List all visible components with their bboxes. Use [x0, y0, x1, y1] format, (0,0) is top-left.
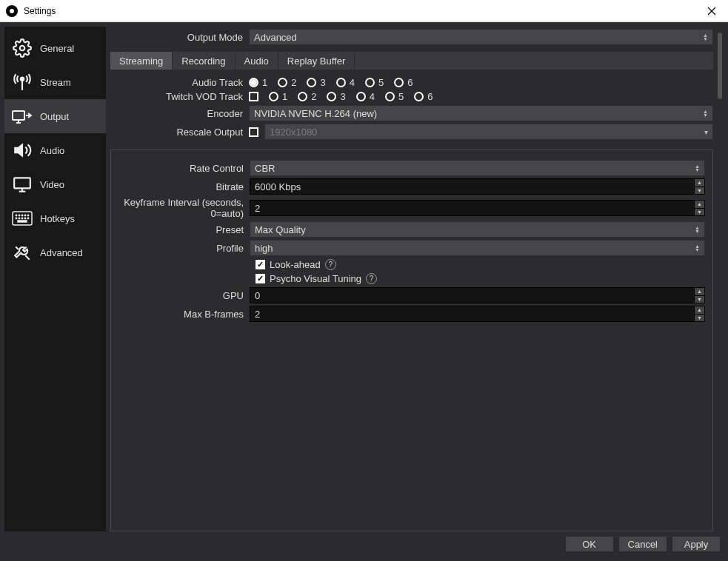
- spin-up[interactable]: ▲: [694, 201, 704, 209]
- sidebar-item-output[interactable]: Output: [4, 99, 106, 133]
- audio-track-radio-1[interactable]: [249, 78, 258, 87]
- tab-recording[interactable]: Recording: [173, 52, 235, 70]
- dropdown-value: Max Quality: [255, 224, 306, 235]
- audio-track-radio-4[interactable]: [336, 78, 346, 87]
- output-mode-dropdown[interactable]: Advanced ▲▼: [249, 29, 713, 45]
- spin-down[interactable]: ▼: [694, 315, 704, 322]
- radio-label: 2: [291, 77, 296, 88]
- radio-label: 4: [370, 91, 375, 102]
- audio-track-radio-2[interactable]: [278, 78, 287, 87]
- radio-label: 1: [282, 91, 287, 102]
- spin-down[interactable]: ▼: [694, 209, 704, 216]
- help-icon[interactable]: ?: [366, 273, 377, 284]
- bframes-input[interactable]: 2 ▲▼: [250, 306, 705, 322]
- lookahead-label: Look-ahead: [270, 259, 321, 270]
- svg-point-13: [24, 218, 25, 218]
- keyframe-input[interactable]: 2 ▲▼: [250, 200, 705, 216]
- sidebar-item-video[interactable]: Video: [4, 167, 106, 201]
- updown-arrows-icon: ▲▼: [703, 110, 708, 117]
- sidebar-item-label: Advanced: [40, 247, 83, 258]
- svg-rect-3: [14, 178, 30, 188]
- updown-arrows-icon: ▲▼: [695, 244, 700, 252]
- sidebar-item-stream[interactable]: Stream: [4, 65, 106, 99]
- twitch-vod-enable-checkbox[interactable]: [249, 92, 258, 101]
- profile-dropdown[interactable]: high ▲▼: [250, 240, 705, 256]
- svg-point-10: [16, 218, 16, 218]
- sidebar-item-advanced[interactable]: Advanced: [4, 235, 106, 269]
- encoder-settings-frame: Rate Control CBR ▲▼ Bitrate 6000 Kbps ▲▼: [110, 150, 713, 531]
- output-mode-label: Output Mode: [110, 32, 249, 43]
- cancel-button[interactable]: Cancel: [618, 536, 667, 552]
- dropdown-value: Advanced: [254, 32, 297, 43]
- spin-down[interactable]: ▼: [694, 187, 704, 195]
- twitch-vod-radio-2[interactable]: [298, 92, 307, 101]
- audio-track-radio-6[interactable]: [394, 78, 404, 87]
- svg-point-0: [20, 46, 25, 51]
- psycho-checkbox[interactable]: [256, 274, 265, 283]
- dropdown-value: 1920x1080: [270, 127, 317, 138]
- monitor-icon: [12, 174, 33, 195]
- tab-streaming[interactable]: Streaming: [110, 52, 173, 70]
- twitch-vod-radio-1[interactable]: [269, 92, 278, 101]
- close-button[interactable]: [695, 0, 728, 22]
- radio-label: 4: [350, 77, 355, 88]
- radio-label: 3: [340, 91, 345, 102]
- encoder-dropdown[interactable]: NVIDIA NVENC H.264 (new) ▲▼: [249, 105, 713, 121]
- dropdown-value: high: [255, 243, 273, 254]
- spin-up[interactable]: ▲: [694, 306, 704, 315]
- rate-control-dropdown[interactable]: CBR ▲▼: [250, 160, 705, 176]
- spin-up[interactable]: ▲: [694, 179, 704, 187]
- titlebar: Settings: [0, 0, 728, 22]
- rescale-checkbox[interactable]: [249, 127, 258, 137]
- preset-dropdown[interactable]: Max Quality ▲▼: [250, 221, 705, 238]
- apply-button[interactable]: Apply: [672, 536, 721, 552]
- tools-icon: [12, 242, 33, 263]
- svg-point-14: [27, 218, 28, 218]
- updown-arrows-icon: ▲▼: [703, 33, 708, 41]
- twitch-vod-radio-6[interactable]: [414, 92, 424, 101]
- rescale-dropdown[interactable]: 1920x1080 ▾: [264, 124, 713, 140]
- gpu-input[interactable]: 0 ▲▼: [250, 287, 705, 303]
- twitch-vod-radio-3[interactable]: [327, 92, 336, 101]
- svg-point-12: [21, 218, 22, 218]
- tab-replay-buffer[interactable]: Replay Buffer: [278, 52, 355, 70]
- dropdown-value: NVIDIA NVENC H.264 (new): [254, 108, 377, 119]
- sidebar-item-hotkeys[interactable]: Hotkeys: [4, 201, 106, 235]
- sidebar-item-label: Audio: [40, 145, 64, 156]
- twitch-vod-radio-4[interactable]: [356, 92, 366, 101]
- audio-track-radio-5[interactable]: [365, 78, 375, 87]
- gear-icon: [12, 38, 33, 58]
- lookahead-checkbox[interactable]: [256, 260, 265, 269]
- spin-up[interactable]: ▲: [694, 288, 704, 296]
- svg-rect-15: [18, 221, 27, 222]
- sidebar-item-general[interactable]: General: [4, 31, 106, 65]
- svg-point-7: [21, 215, 22, 215]
- keyframe-label: Keyframe Interval (seconds, 0=auto): [111, 197, 250, 219]
- ok-button[interactable]: OK: [565, 536, 614, 552]
- audio-track-label: Audio Track: [110, 77, 249, 88]
- sidebar-item-audio[interactable]: Audio: [4, 133, 106, 167]
- bitrate-input[interactable]: 6000 Kbps ▲▼: [250, 178, 705, 195]
- sidebar-item-label: Hotkeys: [40, 213, 75, 224]
- rate-control-label: Rate Control: [111, 163, 250, 174]
- output-icon: [12, 106, 33, 127]
- twitch-vod-radio-5[interactable]: [385, 92, 395, 101]
- spin-down[interactable]: ▼: [694, 296, 704, 303]
- tab-audio[interactable]: Audio: [236, 52, 278, 70]
- sidebar: General Stream Output: [4, 27, 106, 531]
- input-value: 0: [255, 290, 260, 301]
- radio-label: 1: [262, 77, 267, 88]
- svg-point-5: [16, 215, 16, 215]
- radio-label: 2: [311, 91, 316, 102]
- audio-track-radio-3[interactable]: [307, 78, 316, 87]
- sidebar-item-label: Stream: [40, 77, 71, 88]
- speaker-icon: [12, 140, 33, 161]
- scrollbar-thumb[interactable]: [718, 33, 722, 99]
- svg-point-8: [24, 215, 25, 215]
- content-pane: Output Mode Advanced ▲▼ Streaming Record…: [110, 27, 724, 531]
- twitch-vod-label: Twitch VOD Track: [110, 91, 249, 102]
- help-icon[interactable]: ?: [325, 259, 336, 270]
- window-title: Settings: [24, 6, 56, 16]
- svg-rect-2: [13, 111, 24, 120]
- scrollbar[interactable]: [716, 33, 724, 531]
